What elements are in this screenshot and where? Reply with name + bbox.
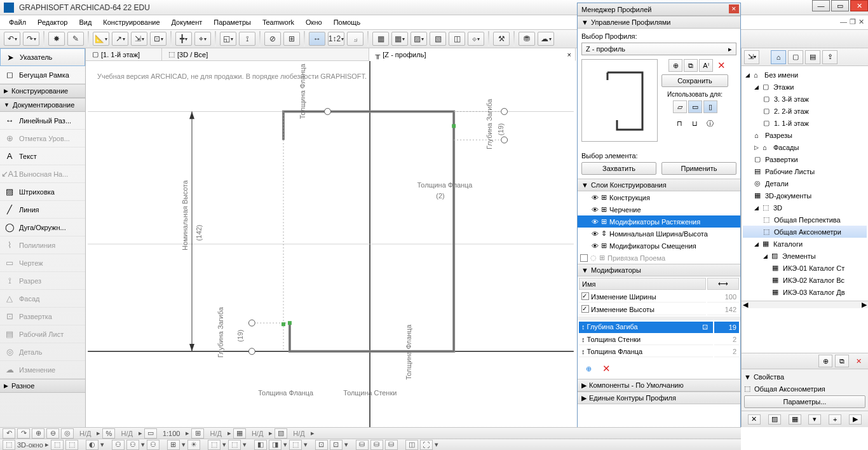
section-layers[interactable]: ▼Слои Конструирования (578, 179, 740, 191)
param-wall-thk[interactable]: ↕ Толщина Стенки2 (579, 334, 739, 345)
use-wall-button[interactable]: ▱ (673, 100, 687, 113)
tree-floor1[interactable]: ▢1. 1-й этаж (743, 117, 867, 129)
delete-profile-button[interactable]: ✕ (714, 59, 728, 72)
perspective-button[interactable]: ◫ (449, 32, 465, 46)
group-button[interactable]: ⊞ (283, 32, 300, 46)
maximize-button[interactable]: ▭ (831, 0, 849, 11)
doc-minimize-button[interactable]: — (840, 18, 847, 26)
delete-param-button[interactable]: ✕ (599, 362, 613, 375)
tool-polyline[interactable]: ⌇Полилиния (0, 236, 85, 254)
guide-button[interactable]: ↗▾ (112, 32, 128, 46)
nav-tab-popup[interactable]: ⇲▾ (744, 50, 759, 64)
tab-floor[interactable]: ▢[1. 1-й этаж] (86, 48, 162, 60)
menu-teamwork[interactable]: Teamwork (257, 17, 299, 27)
tool-change[interactable]: ☁Изменение (0, 361, 85, 379)
tool-layout[interactable]: ▤Рабочий Лист (0, 325, 85, 343)
frame-icon[interactable]: ⊔ (688, 117, 702, 130)
tool-line[interactable]: ╱Линия (0, 201, 85, 219)
tree-cat3[interactable]: ▦ИКЭ-03 Каталог Дв (743, 286, 867, 298)
settings-button[interactable]: ⚒ (493, 32, 510, 46)
layer-opening[interactable]: ◌⊞Привязка Проема (578, 252, 740, 264)
b16[interactable]: ⛁ (356, 440, 369, 450)
eye-icon[interactable]: 👁 (592, 230, 599, 238)
rename-profile-button[interactable]: Aᴵ (699, 59, 713, 72)
panel-close-button[interactable]: ✕ (729, 4, 739, 13)
b5[interactable]: ⚇ (126, 440, 139, 450)
menu-edit[interactable]: Редактор (32, 17, 72, 27)
tab-close-icon[interactable]: × (567, 51, 571, 58)
cloud-button[interactable]: ☁▾ (538, 32, 554, 46)
layer-combo-button[interactable]: ⊞ (191, 428, 204, 439)
pen-button[interactable]: ▦ (233, 428, 246, 439)
opt1-button[interactable]: ✕ (748, 414, 761, 425)
tool-text[interactable]: AТекст (0, 147, 85, 165)
3d-set-button[interactable]: ⬚ (3, 440, 15, 450)
mod-width[interactable]: Изменение Ширины100 (579, 291, 739, 303)
group-construct[interactable]: ▶Конструирование (0, 84, 85, 98)
section-components[interactable]: ▶Компоненты - По Умолчанию (578, 379, 740, 392)
zoom-fit-button[interactable]: ◎ (61, 428, 74, 439)
menu-options[interactable]: Параметры (208, 17, 256, 27)
camera1-button[interactable]: ▦ (372, 32, 389, 46)
b18[interactable]: ⛁ (385, 440, 398, 450)
zoom-in-button[interactable]: ⊕ (32, 428, 44, 439)
nav-tab-publisher[interactable]: ⇪ (822, 50, 837, 64)
tree-floor3[interactable]: ▢3. 3-й этаж (743, 93, 867, 105)
b3[interactable]: ◐ (86, 440, 98, 450)
b14[interactable]: ⊡ (315, 440, 328, 450)
tree-perspective[interactable]: ⬚Общая Перспектива (743, 214, 867, 226)
zoom-prev-button[interactable]: ↶ (3, 428, 15, 439)
ruler-button[interactable]: 📐▾ (93, 32, 109, 46)
menu-document[interactable]: Документ (166, 17, 208, 27)
layer-stretch-mods[interactable]: 👁⊞Модификаторы Растяжения (578, 215, 740, 228)
mod-height[interactable]: Изменение Высоты142 (579, 304, 739, 315)
tool-detail[interactable]: ◎Деталь (0, 343, 85, 361)
opt5-button[interactable]: + (829, 414, 841, 425)
menu-view[interactable]: Вид (74, 17, 97, 27)
tool-fill[interactable]: ▨Штриховка (0, 183, 85, 201)
tool-marquee[interactable]: ◻ Бегущая Рамка (0, 66, 85, 84)
layer-offset[interactable]: 👁⊞Модификаторы Смещения (578, 240, 740, 252)
tool-pointer[interactable]: ➤ Указатель (0, 48, 85, 66)
cursor-button[interactable]: ⟟ (239, 32, 255, 46)
doc-close-button[interactable]: ✕ (858, 18, 864, 26)
canvas[interactable]: Учебная версия ARCHICAD, не для продажи.… (86, 61, 576, 427)
duplicate-profile-button[interactable]: ⧉ (684, 59, 698, 72)
scale-button[interactable]: ▭ (144, 428, 157, 439)
b9[interactable]: ⬚ (208, 440, 220, 450)
tree-details[interactable]: ◎Детали (743, 177, 867, 189)
tool-arc[interactable]: ◯Дуга/Окружн... (0, 219, 85, 236)
tool-elevation[interactable]: △Фасад (0, 290, 85, 308)
checkbox[interactable] (581, 305, 589, 313)
tree-catalogs[interactable]: ◢▦Каталоги (743, 238, 867, 250)
opt4-button[interactable]: ▾ (808, 414, 821, 425)
menu-window[interactable]: Окно (301, 17, 327, 27)
inject-button[interactable]: ✎ (67, 32, 84, 46)
tree-floor2[interactable]: ▢2. 2-й этаж (743, 105, 867, 117)
zoom-pct-button[interactable]: % (102, 428, 115, 439)
opt6-button[interactable]: ▶ (849, 414, 862, 425)
section-modifiers[interactable]: ▼Модификаторы (578, 264, 740, 276)
suspend-button[interactable]: ⊘ (264, 32, 281, 46)
capture-button[interactable]: Захватить (581, 162, 656, 175)
nav-tab-project[interactable]: ⌂ (771, 50, 786, 64)
b6[interactable]: ⚇ (147, 440, 159, 450)
apply-button[interactable]: Применить (661, 162, 736, 175)
b1[interactable]: ⬚ (51, 440, 64, 450)
camera2-button[interactable]: ▦▾ (391, 32, 408, 46)
pick-button[interactable]: ✸ (48, 32, 65, 46)
param-flange-thk[interactable]: ↕ Толщина Фланца2 (579, 346, 739, 357)
properties-header[interactable]: ▼Свойства (744, 372, 865, 382)
b12[interactable]: ◨ (269, 440, 281, 450)
eye-icon[interactable]: 👁 (592, 242, 599, 250)
zoom-out-button[interactable]: ⊖ (46, 428, 59, 439)
b8[interactable]: ☀ (187, 440, 200, 450)
layer-nominal[interactable]: 👁⇕Номинальная Ширина/Высота (578, 228, 740, 240)
undo-button[interactable]: ↶▾ (4, 32, 20, 46)
dim-text-button[interactable]: 1↕2▾ (328, 32, 344, 46)
section-contours[interactable]: ▶Единые Контуры Профиля (578, 392, 740, 404)
b4[interactable]: ⚇ (112, 440, 125, 450)
grid-button[interactable]: ╋▾ (175, 32, 192, 46)
tab-3d[interactable]: ⬚[3D / Все] (162, 48, 369, 60)
menu-file[interactable]: Файл (4, 17, 31, 27)
